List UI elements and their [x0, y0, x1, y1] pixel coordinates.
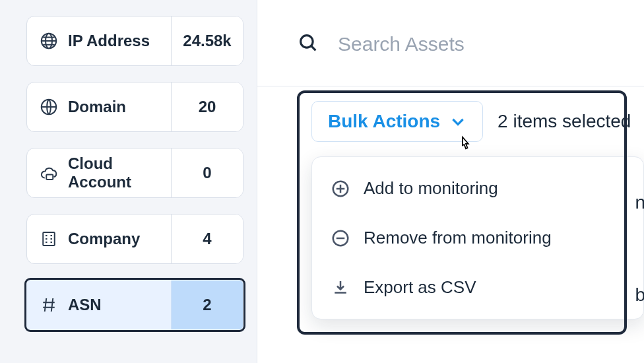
selection-count-text: 2 items selected	[498, 111, 631, 132]
bulk-actions-menu: Add to monitoring Remove from monitoring…	[311, 156, 644, 319]
menu-item-remove-monitoring[interactable]: Remove from monitoring	[312, 213, 643, 263]
sidebar-item-ip-address[interactable]: IP Address 24.58k	[26, 16, 243, 66]
pointer-cursor-icon	[456, 135, 476, 157]
sidebar-item-company[interactable]: Company 4	[26, 214, 243, 264]
search-placeholder: Search Assets	[338, 33, 465, 55]
sidebar-item-count: 4	[172, 214, 243, 263]
main-panel: Search Assets Bulk Actions 2 items selec…	[257, 0, 644, 363]
sidebar-item-count: 0	[172, 148, 243, 197]
sidebar-item-count: 2	[172, 280, 243, 329]
sidebar-item-asn[interactable]: ASN 2	[26, 280, 243, 330]
menu-item-export-csv[interactable]: Export as CSV	[312, 263, 643, 312]
search-icon	[297, 32, 319, 57]
sidebar-item-label: Domain	[68, 98, 126, 116]
sidebar-item-label: IP Address	[68, 32, 150, 50]
plus-circle-icon	[331, 179, 350, 199]
download-icon	[331, 278, 350, 298]
edge-fragment: n	[635, 192, 644, 213]
category-sidebar: IP Address 24.58k Domain 20 Cloud Accoun…	[0, 0, 257, 363]
sidebar-item-label: Cloud Account	[68, 154, 159, 191]
sidebar-item-count: 20	[172, 82, 243, 131]
building-icon	[39, 229, 59, 249]
sidebar-item-cloud-account[interactable]: Cloud Account 0	[26, 148, 243, 198]
hash-icon	[39, 295, 59, 315]
edge-fragment: b	[635, 284, 644, 306]
menu-item-label: Export as CSV	[364, 277, 476, 298]
sidebar-item-label: Company	[68, 230, 140, 248]
cloud-icon	[39, 163, 59, 183]
bulk-actions-label: Bulk Actions	[328, 111, 440, 132]
menu-item-label: Remove from monitoring	[364, 228, 552, 248]
svg-rect-4	[43, 232, 55, 246]
sidebar-item-domain[interactable]: Domain 20	[26, 82, 243, 132]
menu-item-add-monitoring[interactable]: Add to monitoring	[312, 164, 643, 213]
sidebar-item-label: ASN	[68, 296, 102, 314]
world-icon	[39, 97, 59, 117]
sidebar-item-count: 24.58k	[172, 16, 243, 65]
svg-rect-3	[46, 175, 53, 180]
svg-point-5	[301, 36, 313, 48]
minus-circle-icon	[331, 228, 350, 248]
search-input[interactable]: Search Assets	[257, 0, 644, 86]
chevron-down-icon	[449, 113, 467, 130]
bulk-actions-button[interactable]: Bulk Actions	[311, 101, 483, 142]
globe-icon	[39, 31, 59, 51]
menu-item-label: Add to monitoring	[364, 178, 498, 199]
